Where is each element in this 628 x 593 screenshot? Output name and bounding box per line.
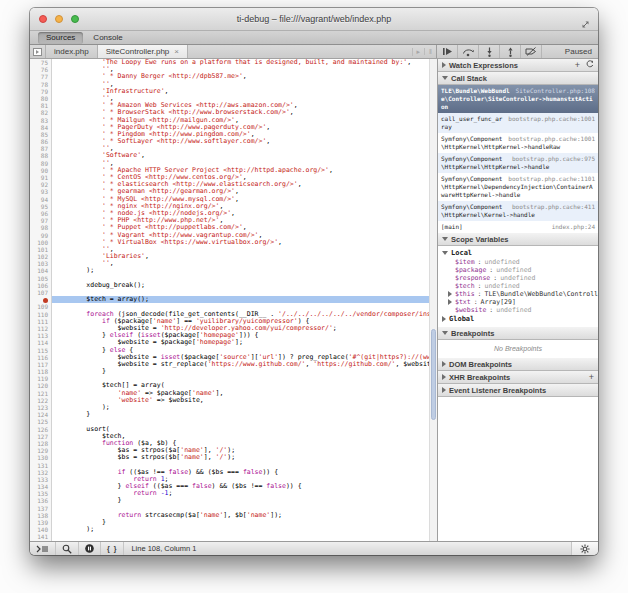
line-number[interactable]: 126 bbox=[30, 426, 51, 433]
line-number[interactable]: 123 bbox=[30, 404, 51, 411]
line-number[interactable]: 75 bbox=[30, 59, 51, 66]
step-over-icon[interactable] bbox=[458, 45, 479, 58]
chevron-right-icon[interactable] bbox=[448, 291, 452, 297]
line-number[interactable]: 117 bbox=[30, 361, 51, 368]
add-watch-icon[interactable]: + bbox=[575, 61, 580, 69]
line-number[interactable]: 101 bbox=[30, 246, 51, 253]
line-number[interactable]: 132 bbox=[30, 469, 51, 476]
settings-gear-icon[interactable] bbox=[571, 542, 598, 555]
section-watch-expressions[interactable]: Watch Expressions + bbox=[438, 59, 598, 72]
line-number[interactable]: 86 bbox=[30, 138, 51, 145]
sidebar-toggle-icon[interactable] bbox=[30, 45, 46, 58]
line-number-gutter[interactable]: 7576777879808182838485868788899091929394… bbox=[30, 59, 52, 541]
line-number[interactable]: 111 bbox=[30, 318, 51, 325]
line-number[interactable]: 127 bbox=[30, 433, 51, 440]
console-drawer-icon[interactable] bbox=[30, 542, 56, 555]
line-number[interactable]: 120 bbox=[30, 382, 51, 389]
scope-variable[interactable]: $response:undefined bbox=[438, 274, 598, 282]
scope-variable[interactable]: $website:undefined bbox=[438, 306, 598, 314]
pretty-print-icon[interactable]: { } bbox=[101, 542, 124, 555]
line-number[interactable]: 92 bbox=[30, 181, 51, 188]
line-number[interactable]: 115 bbox=[30, 347, 51, 354]
close-window-icon[interactable] bbox=[39, 15, 47, 23]
line-number[interactable]: 81 bbox=[30, 102, 51, 109]
line-number[interactable]: 89 bbox=[30, 160, 51, 167]
line-number[interactable]: 113 bbox=[30, 332, 51, 339]
line-number[interactable]: 104 bbox=[30, 267, 51, 274]
line-number[interactable]: 103 bbox=[30, 260, 51, 267]
line-number[interactable]: 128 bbox=[30, 440, 51, 447]
line-number[interactable]: 133 bbox=[30, 476, 51, 483]
minimize-window-icon[interactable] bbox=[55, 15, 63, 23]
line-number[interactable]: 110 bbox=[30, 311, 51, 318]
line-number[interactable]: 76 bbox=[30, 66, 51, 73]
line-number[interactable]: 140 bbox=[30, 526, 51, 533]
section-dom-breakpoints[interactable]: DOM Breakpoints bbox=[438, 358, 598, 371]
line-number[interactable]: 87 bbox=[30, 145, 51, 152]
refresh-icon[interactable] bbox=[586, 60, 594, 70]
line-number[interactable]: 79 bbox=[30, 88, 51, 95]
scope-local-row[interactable]: Local bbox=[438, 248, 598, 258]
call-stack-frame[interactable]: bootstrap.php.cache:1001Symfony\Componen… bbox=[438, 133, 598, 153]
tab-console[interactable]: Console bbox=[85, 32, 130, 44]
line-number[interactable]: 138 bbox=[30, 512, 51, 519]
line-number[interactable]: 118 bbox=[30, 368, 51, 375]
line-number[interactable]: 102 bbox=[30, 253, 51, 260]
scope-variable[interactable]: $txt:Array[29] bbox=[438, 298, 598, 306]
scrollbar-thumb[interactable] bbox=[431, 329, 436, 421]
chevron-right-icon[interactable] bbox=[448, 299, 452, 305]
section-call-stack[interactable]: Call Stack bbox=[438, 72, 598, 85]
line-number[interactable]: 130 bbox=[30, 454, 51, 461]
resume-icon[interactable] bbox=[437, 45, 458, 58]
line-number[interactable]: 137 bbox=[30, 505, 51, 512]
tab-overflow-list-icon[interactable]: ‖ bbox=[424, 48, 436, 55]
line-number[interactable]: 98 bbox=[30, 224, 51, 231]
scope-variable[interactable]: $this:TLE\Bundle\WebBundle\Controller\ bbox=[438, 290, 598, 298]
line-number[interactable]: 99 bbox=[30, 232, 51, 239]
section-event-listener-breakpoints[interactable]: Event Listener Breakpoints bbox=[438, 384, 598, 397]
line-number[interactable]: 80 bbox=[30, 95, 51, 102]
line-number[interactable]: 122 bbox=[30, 397, 51, 404]
line-number[interactable]: 97 bbox=[30, 217, 51, 224]
toggle-breakpoints-icon[interactable] bbox=[521, 45, 542, 58]
call-stack-frame[interactable]: bootstrap.php.cache:1101Symfony\Componen… bbox=[438, 173, 598, 201]
call-stack-frame[interactable]: bootstrap.php.cache:411Symfony\Component… bbox=[438, 201, 598, 221]
call-stack-frame[interactable]: index.php:24[main] bbox=[438, 221, 598, 233]
line-number[interactable]: 77 bbox=[30, 73, 51, 80]
scope-global-row[interactable]: Global bbox=[438, 314, 598, 324]
line-number[interactable]: 106 bbox=[30, 282, 51, 289]
step-out-icon[interactable] bbox=[500, 45, 521, 58]
call-stack-frame[interactable]: bootstrap.php.cache:1001call_user_func_a… bbox=[438, 113, 598, 133]
section-scope-variables[interactable]: Scope Variables bbox=[438, 233, 598, 246]
fullscreen-icon[interactable] bbox=[581, 15, 590, 33]
line-number[interactable]: 141 bbox=[30, 533, 51, 540]
line-number[interactable]: 125 bbox=[30, 418, 51, 425]
line-number[interactable]: 129 bbox=[30, 447, 51, 454]
line-number[interactable]: 94 bbox=[30, 196, 51, 203]
call-stack-frame[interactable]: bootstrap.php.cache:975Symfony\Component… bbox=[438, 153, 598, 173]
line-number[interactable]: 119 bbox=[30, 375, 51, 382]
file-tab-index-php[interactable]: index.php bbox=[46, 45, 98, 58]
line-number[interactable]: 114 bbox=[30, 339, 51, 346]
scope-variable[interactable]: $item:undefined bbox=[438, 258, 598, 266]
section-breakpoints[interactable]: Breakpoints bbox=[438, 327, 598, 340]
line-number[interactable]: 135 bbox=[30, 490, 51, 497]
editor-scrollbar[interactable] bbox=[429, 59, 437, 541]
line-number[interactable]: 84 bbox=[30, 124, 51, 131]
line-number[interactable]: 107 bbox=[30, 289, 51, 296]
tab-sources[interactable]: Sources bbox=[38, 32, 83, 44]
line-number[interactable]: 90 bbox=[30, 167, 51, 174]
line-number[interactable]: 131 bbox=[30, 462, 51, 469]
line-number[interactable]: 91 bbox=[30, 174, 51, 181]
scope-variable[interactable]: $tech:undefined bbox=[438, 282, 598, 290]
breakpoint-icon[interactable] bbox=[43, 298, 48, 303]
line-number[interactable]: 134 bbox=[30, 483, 51, 490]
call-stack-frame[interactable]: SiteController.php:108TLE\Bundle\WebBund… bbox=[438, 85, 598, 113]
close-tab-icon[interactable]: × bbox=[174, 47, 179, 56]
search-icon[interactable] bbox=[56, 542, 79, 555]
line-number[interactable]: 105 bbox=[30, 275, 51, 282]
step-into-icon[interactable] bbox=[479, 45, 500, 58]
line-number[interactable]: 95 bbox=[30, 203, 51, 210]
line-number[interactable]: 85 bbox=[30, 131, 51, 138]
section-xhr-breakpoints[interactable]: XHR Breakpoints + bbox=[438, 371, 598, 384]
